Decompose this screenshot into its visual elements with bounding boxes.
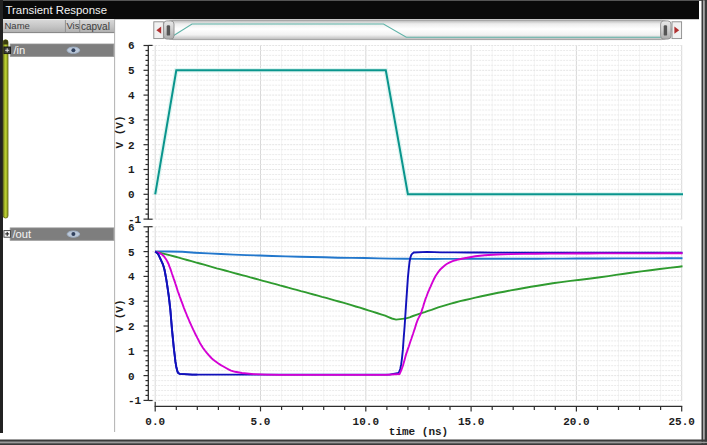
svg-text:V (V): V (V) bbox=[114, 115, 126, 148]
svg-text:4: 4 bbox=[128, 90, 135, 102]
svg-text:/in: /in bbox=[14, 44, 26, 56]
svg-text:5: 5 bbox=[128, 65, 135, 77]
svg-text:time (ns): time (ns) bbox=[389, 426, 448, 438]
svg-text:capval: capval bbox=[81, 21, 110, 32]
svg-text:6: 6 bbox=[128, 40, 135, 52]
svg-text:0: 0 bbox=[128, 371, 135, 383]
svg-text:0.0: 0.0 bbox=[145, 416, 165, 428]
svg-text:Vis: Vis bbox=[66, 20, 79, 31]
svg-text:-1: -1 bbox=[128, 395, 142, 407]
svg-text:V (V): V (V) bbox=[114, 299, 126, 332]
svg-text:4: 4 bbox=[128, 271, 135, 283]
svg-text:5.0: 5.0 bbox=[251, 416, 271, 428]
svg-text:5: 5 bbox=[128, 247, 135, 259]
svg-text:6: 6 bbox=[128, 222, 135, 234]
svg-text:3: 3 bbox=[128, 115, 135, 127]
svg-text:1: 1 bbox=[128, 346, 135, 358]
svg-text:1: 1 bbox=[128, 164, 135, 176]
svg-text:Transient Response: Transient Response bbox=[6, 4, 108, 16]
svg-text:2: 2 bbox=[128, 321, 135, 333]
svg-text:3: 3 bbox=[128, 296, 135, 308]
svg-text:Name: Name bbox=[5, 20, 30, 31]
svg-text:15.0: 15.0 bbox=[458, 416, 484, 428]
svg-text:25.0: 25.0 bbox=[668, 416, 694, 428]
svg-text:/out: /out bbox=[13, 228, 33, 240]
svg-text:20.0: 20.0 bbox=[563, 416, 589, 428]
svg-text:0: 0 bbox=[128, 189, 135, 201]
svg-text:2: 2 bbox=[128, 140, 135, 152]
svg-text:10.0: 10.0 bbox=[353, 416, 379, 428]
